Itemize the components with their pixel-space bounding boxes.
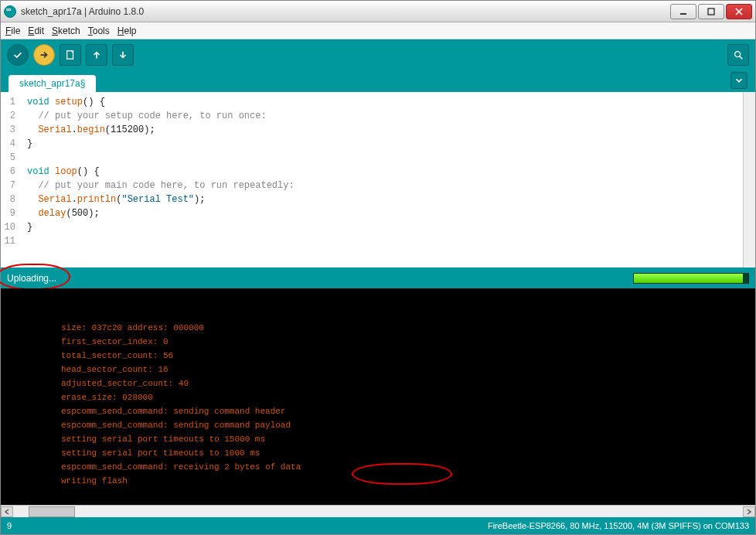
scroll-left-button[interactable] [1, 506, 13, 517]
console-scrollbar-horizontal[interactable] [1, 505, 755, 517]
console-line: setting serial port timeouts to 1000 ms [12, 446, 755, 460]
scroll-track[interactable] [13, 506, 743, 517]
code-line: 1void setup() { [1, 95, 743, 109]
code-line: 11 [1, 234, 743, 248]
menu-edit[interactable]: Edit [28, 26, 44, 36]
tab-modified-marker: § [80, 78, 86, 89]
code-line: 9 delay(500); [1, 206, 743, 220]
upload-progress [633, 273, 749, 284]
maximize-button[interactable] [698, 4, 724, 19]
code-line: 4} [1, 137, 743, 151]
tab-menu-button[interactable] [730, 72, 747, 89]
code-content: Serial.println("Serial Test"); [22, 193, 205, 206]
line-number: 10 [1, 220, 22, 234]
code-editor[interactable]: 1void setup() {2 // put your setup code … [1, 92, 743, 268]
menu-sketch[interactable]: Sketch [52, 26, 80, 36]
minimize-button[interactable] [670, 4, 696, 19]
magnifier-icon [733, 49, 744, 60]
console-line: first_sector_index: 0 [12, 335, 755, 349]
console-line: head_sector_count: 16 [12, 363, 755, 377]
tab-bar: sketch_apr17a§ [1, 70, 755, 92]
open-button[interactable] [86, 44, 107, 66]
console-line: erase_size: 028000 [12, 390, 755, 404]
menu-bar: FileEditSketchToolsHelp [1, 22, 755, 39]
editor-scrollbar-vertical[interactable] [743, 92, 755, 268]
code-content: Serial.begin(115200); [22, 123, 155, 137]
arduino-icon [4, 5, 16, 18]
close-icon [735, 8, 743, 15]
console-line: writing flash [12, 474, 755, 488]
tab-label: sketch_apr17a [19, 78, 80, 89]
svg-rect-1 [708, 9, 714, 15]
new-button[interactable] [60, 44, 81, 66]
line-number: 9 [1, 206, 22, 220]
chevron-down-icon [734, 75, 744, 86]
console-line: espcomm_send_command: receiving 2 bytes … [12, 460, 755, 474]
arrow-up-icon [91, 49, 102, 60]
status-bar: Uploading... [1, 268, 755, 288]
code-content: } [22, 137, 32, 151]
line-number: 8 [1, 193, 22, 206]
code-line: 8 Serial.println("Serial Test"); [1, 193, 743, 206]
line-number: 1 [1, 95, 22, 109]
code-line: 3 Serial.begin(115200); [1, 123, 743, 137]
upload-progress-bar [634, 274, 743, 283]
menu-help[interactable]: Help [117, 26, 137, 36]
maximize-icon [707, 8, 715, 15]
svg-rect-0 [680, 13, 686, 15]
tab-sketch[interactable]: sketch_apr17a§ [9, 75, 96, 92]
footer-bar: 9 FireBeetle-ESP8266, 80 MHz, 115200, 4M… [1, 517, 755, 534]
chevron-right-icon [746, 509, 752, 515]
code-line: 5 [1, 151, 743, 165]
code-content: } [22, 220, 32, 234]
line-number: 5 [1, 151, 22, 165]
line-number: 4 [1, 137, 22, 151]
title-bar: sketch_apr17a | Arduino 1.8.0 [1, 1, 755, 22]
scroll-thumb[interactable] [29, 506, 75, 517]
save-button[interactable] [112, 44, 134, 66]
console-line: espcomm_send_command: sending command he… [12, 404, 755, 418]
check-icon [12, 49, 23, 60]
minimize-icon [679, 8, 687, 15]
code-content: void setup() { [22, 95, 105, 109]
line-number: 3 [1, 123, 22, 137]
code-content: delay(500); [22, 206, 100, 220]
console-line: adjusted_sector_count: 40 [12, 377, 755, 390]
code-line: 6void loop() { [1, 165, 743, 179]
upload-button[interactable] [33, 44, 55, 66]
menu-tools[interactable]: Tools [88, 26, 110, 36]
menu-file[interactable]: File [5, 26, 20, 36]
cursor-line-number: 9 [7, 521, 12, 530]
console-line: espcomm_send_command: sending command pa… [12, 418, 755, 432]
window-title: sketch_apr17a | Arduino 1.8.0 [21, 6, 144, 17]
arrow-right-icon [39, 49, 49, 60]
verify-button[interactable] [7, 44, 29, 66]
app-window: sketch_apr17a | Arduino 1.8.0 FileEditSk… [0, 0, 756, 535]
code-line: 2 // put your setup code here, to run on… [1, 109, 743, 123]
console-line: total_sector_count: 56 [12, 349, 755, 363]
line-number: 11 [1, 234, 22, 248]
line-number: 7 [1, 179, 22, 193]
code-line: 7 // put your main code here, to run rep… [1, 179, 743, 193]
line-number: 6 [1, 165, 22, 179]
code-line: 10} [1, 220, 743, 234]
code-content: // put your main code here, to run repea… [22, 179, 295, 193]
close-button[interactable] [726, 4, 752, 19]
board-info: FireBeetle-ESP8266, 80 MHz, 115200, 4M (… [488, 521, 749, 530]
arrow-down-icon [117, 49, 128, 60]
line-number: 2 [1, 109, 22, 123]
console-progress-line: ........................................… [12, 502, 755, 505]
toolbar [1, 39, 755, 70]
chevron-left-icon [4, 509, 10, 515]
console-line: setting serial port timeouts to 15000 ms [12, 432, 755, 446]
svg-point-3 [735, 52, 741, 57]
console-line: size: 037c20 address: 000000 [12, 321, 755, 335]
serial-monitor-button[interactable] [727, 44, 749, 66]
status-text: Uploading... [7, 273, 56, 284]
code-content [22, 234, 27, 248]
code-content: // put your setup code here, to run once… [22, 109, 267, 123]
editor-area: 1void setup() {2 // put your setup code … [1, 92, 755, 268]
output-console[interactable]: size: 037c20 address: 000000first_sector… [1, 288, 755, 505]
scroll-right-button[interactable] [743, 506, 755, 517]
code-content: void loop() { [22, 165, 100, 179]
